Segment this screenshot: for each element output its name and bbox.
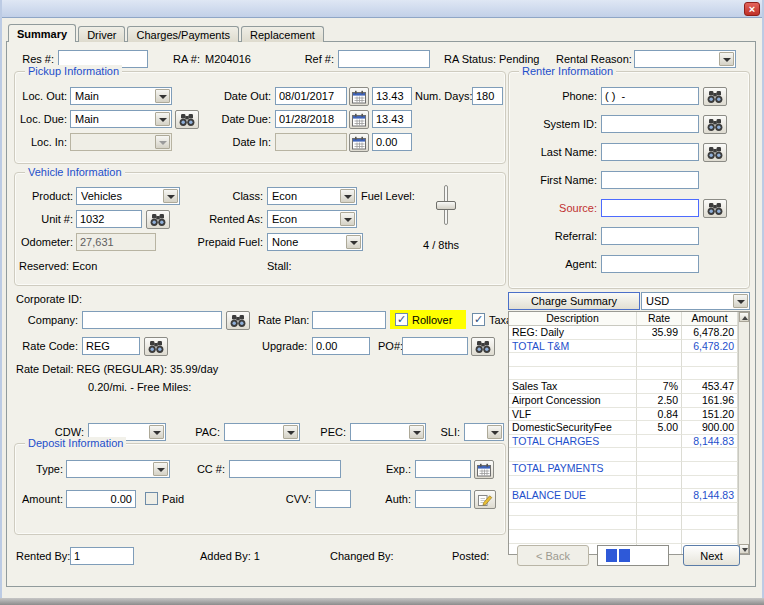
last-name-input[interactable] — [601, 143, 699, 161]
table-row[interactable]: TOTAL PAYMENTS — [509, 462, 738, 476]
exp-input[interactable] — [415, 460, 471, 478]
last-name-search-button[interactable] — [703, 143, 727, 162]
table-row[interactable]: DomesticSecurityFee5.00900.00 — [509, 421, 738, 435]
system-id-input[interactable] — [601, 115, 699, 133]
currency-select[interactable]: USD — [641, 292, 750, 310]
table-row[interactable] — [509, 516, 738, 530]
prepaid-fuel-select[interactable]: None — [267, 233, 363, 251]
date-out-input[interactable] — [275, 87, 347, 105]
upgrade-input[interactable] — [312, 337, 370, 355]
charge-summary-header[interactable]: Charge Summary — [508, 292, 640, 310]
table-scrollbar[interactable] — [738, 312, 749, 554]
phone-search-button[interactable] — [703, 87, 727, 106]
referral-input[interactable] — [601, 227, 699, 245]
auth-edit-button[interactable] — [474, 490, 496, 509]
table-row[interactable] — [509, 476, 738, 490]
table-row[interactable] — [509, 530, 738, 544]
chevron-down-icon[interactable] — [163, 189, 178, 203]
taxable-checkbox[interactable]: ✓ — [472, 313, 485, 326]
table-row[interactable] — [509, 448, 738, 462]
time-due-input[interactable] — [372, 110, 412, 128]
column-amount[interactable]: Amount — [682, 312, 738, 326]
auth-input[interactable] — [415, 490, 471, 508]
rented-as-select[interactable]: Econ — [267, 210, 357, 228]
rate-code-input[interactable] — [82, 337, 140, 355]
phone-input[interactable] — [601, 87, 699, 105]
chevron-down-icon[interactable] — [346, 235, 361, 249]
table-row[interactable]: TOTAL T&M6,478.20 — [509, 340, 738, 354]
chevron-down-icon[interactable] — [149, 425, 164, 439]
rental-reason-select[interactable] — [634, 50, 736, 68]
table-row[interactable]: REG: Daily35.996,478.20 — [509, 326, 738, 340]
paid-checkbox[interactable] — [145, 492, 158, 505]
rollover-checkbox[interactable]: ✓ — [395, 313, 408, 326]
loc-out-select[interactable]: Main — [70, 87, 172, 105]
pac-select[interactable] — [224, 423, 300, 441]
time-out-input[interactable] — [372, 87, 412, 105]
table-row[interactable]: BALANCE DUE8,144.83 — [509, 489, 738, 503]
scrollbar-down-button[interactable] — [739, 544, 749, 554]
unit-search-button[interactable] — [146, 210, 170, 229]
chevron-down-icon[interactable] — [409, 425, 424, 439]
class-select[interactable]: Econ — [267, 187, 357, 205]
loc-due-select[interactable]: Main — [70, 110, 172, 128]
cc-number-input[interactable] — [229, 460, 341, 478]
rented-by-input[interactable] — [70, 547, 134, 565]
chevron-down-icon[interactable] — [155, 112, 170, 126]
date-due-input[interactable] — [275, 110, 347, 128]
source-input[interactable] — [601, 199, 699, 217]
chevron-down-icon[interactable] — [340, 189, 355, 203]
table-row[interactable] — [509, 353, 738, 367]
table-row[interactable]: TOTAL CHARGES8,144.83 — [509, 435, 738, 449]
rate-plan-input[interactable] — [312, 311, 386, 329]
chevron-down-icon[interactable] — [340, 212, 355, 226]
tab-charges-payments[interactable]: Charges/Payments — [127, 26, 239, 42]
product-select[interactable]: Vehicles — [76, 187, 180, 205]
chevron-down-icon[interactable] — [733, 294, 748, 308]
chevron-down-icon[interactable] — [719, 52, 734, 66]
close-button[interactable]: × — [744, 2, 760, 16]
chevron-down-icon[interactable] — [283, 425, 298, 439]
company-input[interactable] — [82, 311, 222, 329]
tab-replacement[interactable]: Replacement — [241, 26, 324, 42]
ref-input[interactable] — [338, 50, 430, 68]
date-out-calendar-button[interactable] — [349, 87, 369, 106]
chevron-down-icon[interactable] — [155, 89, 170, 103]
table-row[interactable] — [509, 503, 738, 517]
cell-desc — [509, 516, 637, 530]
scrollbar-up-button[interactable] — [739, 312, 749, 322]
amount-input[interactable] — [66, 490, 136, 508]
table-row[interactable] — [509, 367, 738, 381]
date-due-calendar-button[interactable] — [349, 110, 369, 129]
column-rate[interactable]: Rate — [637, 312, 682, 326]
table-row[interactable]: Sales Tax7%453.47 — [509, 380, 738, 394]
tab-summary[interactable]: Summary — [8, 24, 76, 42]
po-search-button[interactable] — [471, 337, 495, 356]
column-description[interactable]: Description — [509, 312, 637, 326]
date-in-calendar-button[interactable] — [349, 133, 369, 152]
exp-calendar-button[interactable] — [474, 460, 494, 479]
table-row[interactable]: Airport Concession2.50161.96 — [509, 394, 738, 408]
slider-thumb[interactable] — [436, 201, 456, 210]
cvv-input[interactable] — [315, 490, 351, 508]
num-days-input[interactable] — [472, 87, 503, 105]
deposit-type-select[interactable] — [66, 460, 170, 478]
po-input[interactable] — [402, 337, 468, 355]
time-in-input[interactable] — [372, 133, 412, 151]
sli-select[interactable] — [464, 423, 504, 441]
fuel-level-slider[interactable] — [435, 183, 457, 231]
chevron-down-icon[interactable] — [487, 425, 502, 439]
unit-input[interactable] — [76, 210, 142, 228]
system-id-search-button[interactable] — [703, 115, 727, 134]
pec-select[interactable] — [350, 423, 426, 441]
chevron-down-icon[interactable] — [153, 462, 168, 476]
first-name-input[interactable] — [601, 171, 699, 189]
source-search-button[interactable] — [703, 199, 727, 218]
rate-code-search-button[interactable] — [144, 337, 168, 356]
agent-input[interactable] — [601, 255, 699, 273]
next-button[interactable]: Next — [683, 545, 740, 566]
table-row[interactable]: VLF0.84151.20 — [509, 408, 738, 422]
loc-due-search-button[interactable] — [175, 110, 199, 129]
company-search-button[interactable] — [226, 311, 250, 330]
tab-driver[interactable]: Driver — [78, 26, 125, 42]
